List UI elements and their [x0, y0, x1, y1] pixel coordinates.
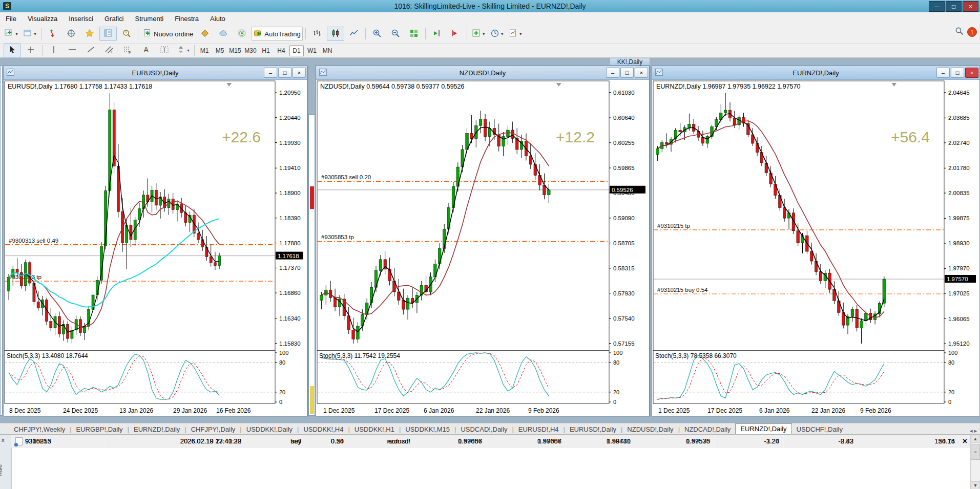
search-icon[interactable] [955, 27, 964, 37]
chart-title-bar[interactable]: EURNZD!,Daily–□× [652, 66, 979, 80]
data-window-button[interactable] [62, 27, 80, 41]
scroll-up-arrow[interactable]: ▲ [971, 435, 980, 443]
chart-tab-usddkkm15[interactable]: USDDKK!,M15 [401, 424, 454, 434]
chart-tab-nzdcaddaily[interactable]: NZDCAD!,Daily [680, 424, 735, 434]
chart-title-bar[interactable]: NZDUSD!,Daily–□× [316, 66, 649, 80]
chart-maximize-button[interactable]: □ [620, 68, 634, 78]
chart-tab-eurusdh4[interactable]: EURUSD!,H4 [514, 424, 564, 434]
auto-scroll-button[interactable] [428, 27, 446, 41]
chart-maximize-button[interactable]: □ [951, 68, 964, 78]
chart-tab-usddkkdaily[interactable]: USDDKK!,Daily [242, 424, 297, 434]
timeframe-m1[interactable]: M1 [197, 45, 212, 56]
chart-canvas[interactable]: #9305853 sell 0.20#9305853 tp+12.2NZDUSD… [316, 80, 649, 416]
chart-tab-usddkkh4[interactable]: USDDKK!,H4 [299, 424, 348, 434]
timeframe-h1[interactable]: H1 [259, 45, 273, 56]
bar-chart-mode-button[interactable] [308, 27, 326, 41]
terminal-side-label[interactable]: nale [0, 464, 3, 476]
chart-close-button[interactable]: × [965, 68, 978, 78]
chart-minimize-button[interactable]: – [606, 68, 619, 78]
chart-tab-chfjpyweekly[interactable]: CHFJPY!,Weekly [9, 424, 70, 434]
chart-tab-eurnzddaily[interactable]: EURNZD!,Daily [129, 424, 184, 434]
timeframe-m30[interactable]: M30 [243, 45, 258, 56]
zoom-out-button[interactable] [387, 27, 404, 41]
tile-windows-button[interactable] [405, 27, 423, 41]
trendline-button[interactable] [82, 44, 99, 58]
svg-text:#9300313 sell 0.49: #9300313 sell 0.49 [9, 238, 58, 244]
text-label-button[interactable]: T [156, 44, 173, 58]
chart-shift-button[interactable] [447, 27, 464, 41]
equidistant-channel-button[interactable]: E [100, 44, 118, 58]
market-watch-button[interactable] [44, 27, 61, 41]
chart-tab-usdchfdaily[interactable]: USDCHF!,Daily [792, 424, 847, 434]
menu-grafici[interactable]: Grafici [99, 13, 130, 24]
minimize-button[interactable]: ─ [929, 1, 945, 12]
chart-canvas[interactable]: #9300313 sell 0.49#9300313 tp+22.6EURUSD… [4, 80, 307, 416]
chart-tab-usddkkh1[interactable]: USDDKK!,H1 [350, 424, 399, 434]
chevron-down-icon[interactable]: ▾ [483, 32, 485, 36]
arrows-button[interactable]: ▾ [174, 44, 192, 58]
menu-strumenti[interactable]: Strumenti [130, 13, 170, 24]
broadcast-button[interactable] [233, 27, 251, 41]
chart-title-bar[interactable]: EURUSD!,Daily–□× [4, 66, 307, 80]
templates-button[interactable]: ▾ [507, 27, 524, 41]
scroll-down-arrow[interactable]: ▼ [971, 481, 980, 489]
order-row-9310215[interactable]: 93102152026.02.19 17:41:22buy0.54eurnzd!… [11, 435, 971, 448]
chevron-down-icon[interactable]: ▾ [15, 32, 17, 36]
strategy-tester-button[interactable] [118, 27, 135, 41]
new-chart-button[interactable]: ▾ [3, 27, 20, 41]
chart-minimize-button[interactable]: – [264, 68, 277, 78]
line-mode-button[interactable] [345, 27, 363, 41]
vertical-line-button[interactable] [45, 44, 62, 58]
timeframe-mn[interactable]: MN [320, 45, 335, 56]
navigator-button[interactable] [81, 27, 98, 41]
chart-close-button[interactable]: × [635, 68, 648, 78]
autotrading-button[interactable]: AutoTrading [252, 27, 302, 41]
chart-tab-usdcaddaily[interactable]: USDCAD!,Daily [456, 424, 512, 434]
timeframe-m15[interactable]: M15 [228, 45, 242, 56]
close-button[interactable]: × [963, 1, 978, 12]
indicators-button[interactable]: ▾ [470, 27, 487, 41]
fibonacci-button[interactable]: F [119, 44, 136, 58]
cursor-button[interactable] [4, 44, 21, 58]
close-order-icon[interactable]: ✕ [960, 435, 971, 448]
menu-visualizza[interactable]: Visualizza [22, 13, 63, 24]
chevron-down-icon[interactable]: ▾ [34, 32, 36, 36]
chevron-down-icon[interactable]: ▾ [519, 32, 522, 36]
chart-minimize-button[interactable]: – [936, 68, 950, 78]
notification-badge[interactable]: 1 [967, 27, 977, 37]
metaeditor-button[interactable] [196, 27, 214, 41]
menu-file[interactable]: File [0, 13, 22, 24]
menu-inserisci[interactable]: Inserisci [63, 13, 99, 24]
scrollbar-thumb[interactable]: ≡ [971, 444, 980, 460]
timeframe-d1[interactable]: D1 [289, 45, 304, 56]
chart-maximize-button[interactable]: □ [278, 68, 291, 78]
terminal-close-button[interactable]: x [2, 437, 5, 443]
timeframe-w1[interactable]: W1 [305, 45, 319, 56]
menu-aiuto[interactable]: Aiuto [204, 13, 231, 24]
chart-tab-chfjpydaily[interactable]: CHFJPY!,Daily [186, 424, 240, 434]
new-order-button[interactable]: Nuovo ordine [141, 27, 195, 41]
chevron-down-icon[interactable]: ▾ [187, 48, 189, 53]
chart-tab-eurusddaily[interactable]: EURUSD!,Daily [565, 424, 621, 434]
zoom-in-button[interactable] [368, 27, 386, 41]
cloud-button[interactable] [215, 27, 232, 41]
crosshair-button[interactable] [22, 44, 39, 58]
chevron-down-icon[interactable]: ▾ [501, 32, 503, 36]
chart-close-button[interactable]: × [293, 68, 306, 78]
timeframe-m5[interactable]: M5 [213, 45, 227, 56]
periods-button[interactable]: ▾ [488, 27, 506, 41]
candle-mode-button[interactable] [327, 27, 344, 41]
terminal-panel-button[interactable] [99, 27, 117, 41]
chart-tab-eurgbpdaily[interactable]: EURGBP!,Daily [72, 424, 128, 434]
chart-canvas[interactable]: #9310215 tp#9310215 buy 0.54+56.4EURNZD!… [652, 80, 979, 416]
menu-finestra[interactable]: Finestra [169, 13, 204, 24]
terminal-scrollbar[interactable]: ▲≡▼ [970, 435, 980, 489]
maximize-button[interactable]: □ [946, 1, 962, 12]
chart-tab-eurnzddaily[interactable]: EURNZD!,Daily [735, 423, 791, 434]
profiles-button[interactable]: ▾ [21, 27, 38, 41]
horizontal-line-button[interactable] [64, 44, 81, 58]
timeframe-h4[interactable]: H4 [274, 45, 288, 56]
chart-tab-nzdusddaily[interactable]: NZDUSD!,Daily [622, 424, 678, 434]
tab-scroll-arrows[interactable]: ◂ ▸ [970, 428, 980, 434]
text-button[interactable]: A [137, 44, 155, 58]
